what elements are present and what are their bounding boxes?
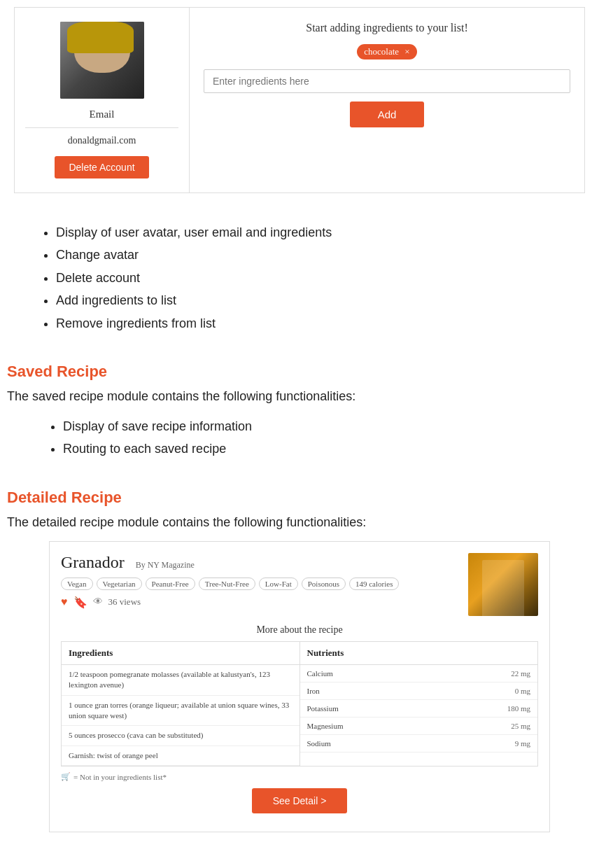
ingredient-tag-chocolate: chocolate × [357,44,416,59]
saved-recipe-item-1: Display of save recipe information [63,415,592,438]
nutrient-name: Sodium [307,739,331,748]
tag-vegan: Vegan [61,578,93,590]
tag-low-fat: Low-Fat [259,578,298,590]
tag-poisonous: Poisonous [302,578,346,590]
ingredients-note: 🛒 = Not in your ingredients list* [61,772,538,781]
saved-recipe-heading: Saved Recipe [7,363,592,381]
email-value: donaldgmail.com [68,135,136,146]
tag-label: chocolate [364,46,399,57]
detailed-recipe-description: The detailed recipe module contains the … [7,515,592,530]
profile-panel: Email donaldgmail.com Delete Account [15,8,190,192]
recipe-tags: Vegan Vegetarian Peanut-Free Tree-Nut-Fr… [61,578,468,590]
nutrient-value: 22 mg [511,669,530,678]
nutrients-column: Nutrients Calcium 22 mg Iron 0 mg Potass… [300,642,538,766]
ingredients-panel: Start adding ingredients to your list! c… [190,8,584,192]
recipe-card-header: Granador By NY Magazine Vegan Vegetarian… [61,553,538,616]
feature-item-1: Display of user avatar, user email and i… [56,221,557,244]
saved-recipe-section: Saved Recipe The saved recipe module con… [0,349,599,482]
nutrient-name: Calcium [307,669,333,678]
saved-recipe-item-2: Routing to each saved recipe [63,438,592,460]
cart-icon: 🛒 [61,772,71,781]
tag-peanut-free: Peanut-Free [146,578,195,590]
ingredients-title: Start adding ingredients to your list! [204,22,570,34]
heart-icon[interactable]: ♥ [61,596,68,608]
tag-tree-nut-free: Tree-Nut-Free [199,578,255,590]
features-list: Display of user avatar, user email and i… [42,221,557,335]
feature-item-3: Delete account [56,267,557,289]
add-ingredient-button[interactable]: Add [350,102,425,127]
nutrient-row-potassium: Potassium 180 mg [300,700,538,718]
ingredients-column: Ingredients 1/2 teaspoon pomegranate mol… [62,642,300,766]
divider [25,127,178,128]
nutrient-value: 0 mg [515,687,530,695]
detailed-recipe-section: Detailed Recipe The detailed recipe modu… [0,482,599,853]
ingredient-input[interactable] [204,69,570,93]
recipe-card: Granador By NY Magazine Vegan Vegetarian… [49,541,550,832]
remove-tag-icon[interactable]: × [404,46,409,57]
ingredient-row-2: 1 ounce gran torres (orange liqueur; ava… [62,696,300,727]
email-label: Email [90,108,115,120]
recipe-card-info: Granador By NY Magazine Vegan Vegetarian… [61,553,468,615]
feature-item-4: Add ingredients to list [56,289,557,312]
eye-icon: 👁 [93,596,103,608]
views-count: 36 views [108,596,141,608]
nutrient-row-magnesium: Magnesium 25 mg [300,718,538,735]
saved-recipe-description: The saved recipe module contains the fol… [7,389,592,404]
nutrient-name: Magnesium [307,722,344,730]
nutrient-value: 180 mg [507,704,530,713]
features-section: Display of user avatar, user email and i… [0,207,599,349]
see-detail-button[interactable]: See Detail > [252,788,348,813]
recipe-name: Granador [61,553,125,572]
top-section: Email donaldgmail.com Delete Account Sta… [14,7,585,193]
nutrient-name: Iron [307,687,320,695]
nutrient-name: Potassium [307,704,339,713]
nutrient-row-sodium: Sodium 9 mg [300,735,538,752]
feature-item-5: Remove ingredients from list [56,312,557,335]
ingredient-tags: chocolate × [204,44,570,59]
recipe-by: By NY Magazine [136,560,195,570]
saved-recipe-list: Display of save recipe information Routi… [7,415,592,461]
avatar [60,22,144,99]
ingredients-col-header: Ingredients [62,642,300,665]
nutrient-value: 25 mg [511,722,530,730]
nutrient-value: 9 mg [515,739,530,748]
nutrients-col-header: Nutrients [300,642,538,665]
nutrient-row-calcium: Calcium 22 mg [300,665,538,682]
tag-vegetarian: Vegetarian [97,578,142,590]
tag-calories: 149 calories [349,578,399,590]
feature-item-2: Change avatar [56,244,557,266]
recipe-image [468,553,538,616]
delete-account-button[interactable]: Delete Account [55,156,148,178]
recipe-actions: ♥ 🔖 👁 36 views [61,596,468,609]
nutrient-row-iron: Iron 0 mg [300,682,538,700]
detailed-recipe-heading: Detailed Recipe [7,489,592,507]
ingredient-row-1: 1/2 teaspoon pomegranate molasses (avail… [62,665,300,696]
more-about-label: More about the recipe [61,624,538,636]
ingredient-row-4: Garnish: twist of orange peel [62,746,300,766]
bookmark-icon[interactable]: 🔖 [73,596,87,609]
ingredient-row-3: 5 ounces prosecco (cava can be substitut… [62,726,300,746]
recipe-details-grid: Ingredients 1/2 teaspoon pomegranate mol… [61,641,538,766]
